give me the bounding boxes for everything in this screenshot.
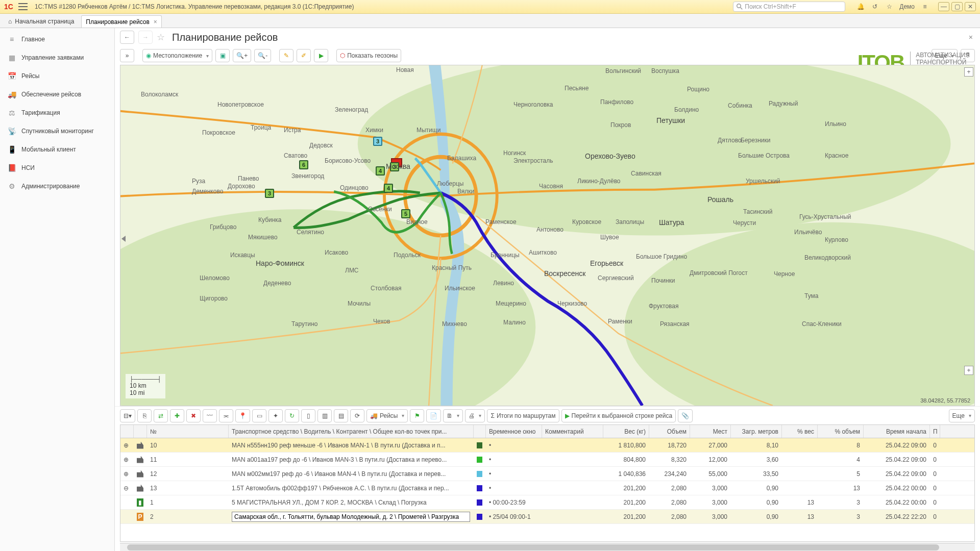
nav-sat[interactable]: 📡Спутниковый мониторинг — [0, 122, 114, 140]
nav-main[interactable]: ≡Главное — [0, 30, 114, 48]
geozones-button[interactable]: ⬡Показать геозоны — [336, 49, 401, 62]
gt-col3[interactable]: ▤ — [334, 409, 348, 422]
map-marker[interactable]: 3 — [373, 137, 382, 146]
expand-button[interactable]: » — [120, 49, 134, 62]
gt-print[interactable]: 🖨 — [465, 409, 485, 422]
address-input[interactable] — [232, 512, 470, 522]
map-city-label: Люберцы — [437, 180, 463, 187]
grid: № Транспортное средство \ Водитель \ Кон… — [120, 424, 975, 542]
col-num[interactable]: № — [147, 425, 229, 438]
page-close-icon[interactable]: × — [967, 31, 975, 43]
settings-lines-icon[interactable]: ≡ — [921, 3, 929, 11]
nav-supply[interactable]: 🚚Обеспечение рейсов — [0, 85, 114, 104]
gt-pin[interactable]: 📍 — [235, 409, 250, 422]
gt-spark[interactable]: ✦ — [268, 409, 283, 422]
table-row[interactable]: ⊕10MAN н555нн190 реф меньше -6 \ Иванов … — [120, 438, 974, 453]
table-row[interactable]: ⊕11MAN а001аа197 реф до -6 \ Иванов MAN-… — [120, 453, 974, 467]
gt-doc[interactable]: 📄 — [426, 409, 441, 422]
map-collapse-icon[interactable] — [121, 236, 126, 242]
edit-button[interactable]: ✐ — [297, 49, 311, 62]
goto-button[interactable]: ▶ Перейти к выбранной строке рейса — [561, 409, 676, 422]
map[interactable]: 3643435 НоваяВольгинскийВоспушкаВолокола… — [120, 65, 975, 406]
gt-refresh[interactable]: ⟳ — [350, 409, 364, 422]
col-start[interactable]: Время начала — [864, 425, 930, 438]
col-volume[interactable]: Объем — [649, 425, 690, 438]
truck-icon — [137, 456, 143, 463]
map-city-label: Сосенки — [368, 206, 392, 213]
map-plus-bottom[interactable]: + — [964, 366, 973, 375]
gt-flag[interactable]: ⚑ — [410, 409, 424, 422]
col-pweight[interactable]: % вес — [782, 425, 818, 438]
maximize-button[interactable]: ▢ — [951, 2, 963, 11]
col-timewindow[interactable]: Временное окно — [486, 425, 542, 438]
map-marker[interactable]: 4 — [376, 166, 385, 176]
table-row[interactable]: ⊖131.5Т Автомобиль ф002фф197 \ Рябченков… — [120, 481, 974, 495]
grid-hscroll[interactable] — [120, 543, 975, 551]
tab-planning[interactable]: Планирование рейсов × — [81, 15, 161, 28]
start-page-tab[interactable]: ⌂ Начальная страница — [3, 15, 79, 28]
summary-button[interactable]: Σ Итоги по маршрутам — [487, 409, 559, 422]
bell-icon[interactable]: 🔔 — [856, 3, 865, 11]
map-coords: 38.04282, 55.77852 — [920, 397, 970, 404]
table-row[interactable]: P2• 25/04 09:00-1201,2002,0803,0000,9013… — [120, 510, 974, 524]
col-vehicle[interactable]: Транспортное средство \ Водитель \ Контр… — [229, 425, 474, 438]
map-plus-top[interactable]: + — [964, 67, 973, 77]
nav-mobile[interactable]: 📱Мобильный клиент — [0, 140, 114, 159]
nav-nsi[interactable]: 📕НСИ — [0, 159, 114, 177]
col-weight[interactable]: Вес (кг) — [603, 425, 649, 438]
nav-orders[interactable]: ▦Управление заявками — [0, 48, 114, 67]
gt-del[interactable]: ✖ — [186, 409, 201, 422]
col-last[interactable]: П — [930, 425, 940, 438]
pencil-button[interactable]: ✎ — [279, 49, 293, 62]
star-icon[interactable]: ☆ — [885, 3, 893, 11]
gt-col1[interactable]: ▯ — [301, 409, 315, 422]
nav-back-button[interactable]: ← — [120, 31, 134, 44]
nav-trips[interactable]: 📅Рейсы — [0, 67, 114, 85]
map-scale: ├──────┤10 km10 mi — [126, 374, 165, 398]
map-city-label: Мещерино — [496, 300, 526, 307]
svg-line-1 — [741, 8, 743, 10]
map-marker[interactable]: 4 — [384, 184, 393, 193]
map-city-label: Истра — [284, 127, 301, 134]
tab-close-icon[interactable]: × — [154, 18, 157, 26]
gt-cycle[interactable]: ↻ — [285, 409, 299, 422]
table-row[interactable]: ⊕12MAN м002мм197 реф до -6 \ Иванов MAN-… — [120, 467, 974, 481]
zoom-in-button[interactable]: 🔍+ — [233, 49, 251, 62]
map-marker[interactable]: 5 — [401, 209, 410, 218]
gt-docs[interactable]: 🗎 — [443, 409, 463, 422]
menu-icon[interactable] — [18, 3, 28, 10]
col-meters[interactable]: Загр. метров — [731, 425, 782, 438]
close-button[interactable]: ✕ — [965, 2, 976, 11]
nav-tariff[interactable]: ⚖Тарификация — [0, 104, 114, 122]
nav-forward-button[interactable]: → — [138, 31, 153, 44]
grid-more-button[interactable]: Еще — [949, 409, 975, 422]
routes-dropdown[interactable]: 🚚 Рейсы — [366, 409, 408, 422]
global-search[interactable]: Поиск Ctrl+Shift+F — [733, 2, 845, 12]
col-pvolume[interactable]: % объем — [818, 425, 864, 438]
location-dropdown[interactable]: ◉Местоположение — [142, 49, 212, 62]
play-button[interactable]: ▶ — [314, 49, 328, 62]
gt-tree[interactable]: ⊟▾ — [120, 409, 135, 422]
table-row[interactable]: ▮15 МАГИСТРАЛЬНАЯ УЛ., ДОМ 7 КОР. 2, МОС… — [120, 495, 974, 510]
gt-wave[interactable]: 〰 — [203, 409, 217, 422]
fit-button[interactable]: ▣ — [215, 49, 230, 62]
favorite-icon[interactable]: ☆ — [157, 32, 165, 43]
map-city-label: Химки — [365, 127, 383, 134]
col-comment[interactable]: Комментарий — [542, 425, 603, 438]
map-city-label: Видное — [406, 218, 428, 226]
map-marker[interactable]: 3 — [265, 189, 274, 198]
gt-col2[interactable]: ▥ — [317, 409, 332, 422]
sidebar: ≡Главное ▦Управление заявками 📅Рейсы 🚚Об… — [0, 28, 115, 551]
zoom-out-button[interactable]: 🔍- — [254, 49, 271, 62]
gt-graph[interactable]: ⫘ — [219, 409, 233, 422]
gt-select[interactable]: ▭ — [252, 409, 266, 422]
col-places[interactable]: Мест — [690, 425, 731, 438]
minimize-button[interactable]: — — [938, 2, 949, 11]
gt-copy[interactable]: ⎘ — [137, 409, 152, 422]
nav-admin[interactable]: ⚙Администрирование — [0, 177, 114, 195]
gt-attach[interactable]: 📎 — [678, 409, 693, 422]
history-icon[interactable]: ↺ — [871, 3, 879, 11]
gt-swap[interactable]: ⇄ — [154, 409, 168, 422]
gt-add[interactable]: ✚ — [170, 409, 184, 422]
map-marker[interactable]: 6 — [299, 160, 308, 169]
